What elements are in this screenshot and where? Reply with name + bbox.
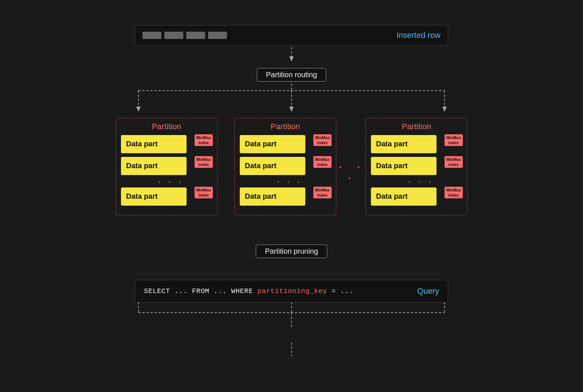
svg-marker-9 [442, 107, 447, 112]
partition-card-center: Partition MinMaxindex Data part MinMaxin… [234, 118, 336, 215]
query-key: partitioning_key [257, 287, 327, 295]
partition-routing-label: Partition routing [266, 71, 317, 79]
minmax-badge: MinMaxindex [195, 187, 213, 199]
partition-pruning-label: Partition pruning [265, 247, 318, 255]
partition-routing-box: Partition routing [257, 68, 326, 82]
minmax-badge: MinMaxindex [195, 156, 213, 168]
query-after: = ... [327, 287, 353, 295]
data-part-group: MinMaxindex Data part [121, 187, 212, 206]
data-part-group: MinMaxindex Data part [240, 135, 331, 153]
svg-marker-1 [289, 56, 294, 62]
query-bar: SELECT ... FROM ... WHERE partitioning_k… [135, 280, 448, 302]
row-block [186, 32, 205, 39]
partition-title-center: Partition [240, 122, 331, 131]
query-before: SELECT ... FROM ... WHERE [144, 287, 257, 295]
data-part-group: MinMaxindex Data part [240, 157, 331, 175]
query-text: SELECT ... FROM ... WHERE partitioning_k… [144, 287, 353, 295]
data-part-box: Data part [371, 187, 437, 206]
data-part-box: Data part [121, 187, 187, 206]
svg-marker-5 [136, 107, 141, 112]
data-part-group: MinMaxindex Data part [121, 157, 212, 175]
data-part-box: Data part [240, 187, 305, 206]
row-block [142, 32, 161, 39]
data-part-box: Data part [121, 157, 187, 175]
data-part-box: Data part [371, 135, 437, 153]
inserted-row-blocks [142, 32, 227, 39]
partition-title-right: Partition [371, 122, 462, 131]
row-block [208, 32, 227, 39]
dots-yellow: · · · [121, 179, 212, 186]
minmax-badge: MinMaxindex [445, 187, 463, 199]
data-part-group: MinMaxindex Data part [121, 135, 212, 153]
data-part-box: Data part [240, 157, 305, 175]
dots-yellow: · · · [240, 179, 331, 186]
minmax-badge: MinMaxindex [313, 134, 332, 146]
data-part-group: MinMaxindex Data part [371, 157, 462, 175]
inserted-row-bar: Inserted row [135, 25, 448, 45]
minmax-badge: MinMaxindex [445, 134, 463, 146]
data-part-box: Data part [371, 157, 437, 175]
data-part-box: Data part [240, 135, 305, 153]
query-label: Query [417, 286, 439, 296]
minmax-badge: MinMaxindex [313, 156, 332, 168]
row-block [164, 32, 183, 39]
data-part-group: MinMaxindex Data part [371, 187, 462, 206]
partition-pruning-box: Partition pruning [256, 245, 327, 258]
partition-card-right: Partition MinMaxindex Data part MinMaxin… [365, 118, 467, 215]
middle-dots: · · · [336, 162, 365, 184]
inserted-row-label: Inserted row [396, 31, 441, 40]
dots-yellow: · · · [371, 179, 462, 186]
partition-title-left: Partition [121, 122, 212, 131]
data-part-group: MinMaxindex Data part [240, 187, 331, 206]
data-part-box: Data part [121, 135, 187, 153]
minmax-badge: MinMaxindex [195, 134, 213, 146]
diagram-container: Inserted row Partition routing Partition… [47, 14, 536, 378]
data-part-group: MinMaxindex Data part [371, 135, 462, 153]
svg-marker-7 [289, 107, 294, 112]
minmax-badge: MinMaxindex [445, 156, 463, 168]
minmax-badge: MinMaxindex [313, 187, 332, 199]
partition-card-left: Partition MinMaxindex Data part MinMaxin… [116, 118, 218, 215]
